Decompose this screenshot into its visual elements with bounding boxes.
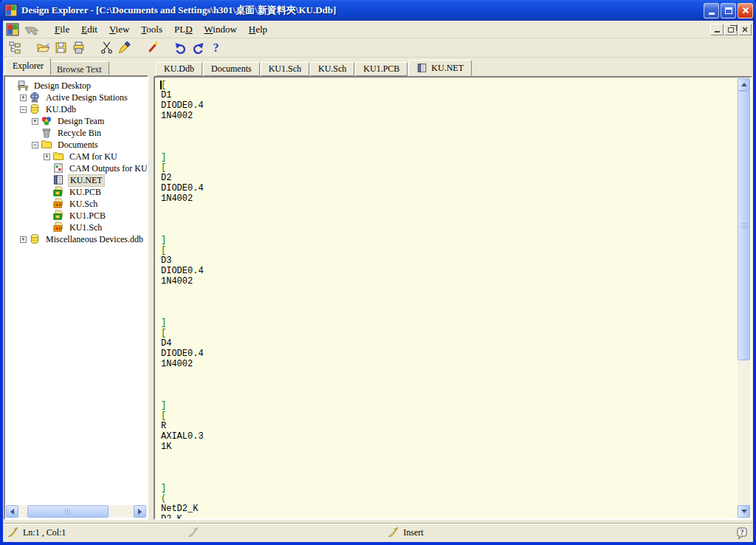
doc-tab-documents[interactable]: Documents (203, 62, 260, 76)
minimize-button[interactable] (704, 3, 719, 18)
editor-line: D1 (161, 90, 738, 100)
scroll-down-button[interactable] (738, 505, 750, 518)
editor-line (161, 307, 738, 318)
wand-icon[interactable] (143, 40, 161, 56)
modified-flag (188, 526, 199, 541)
editor-line: ] (161, 152, 738, 162)
tree-item-design-team[interactable]: +Design Team (7, 115, 147, 127)
tree-item-label: Design Desktop (32, 80, 92, 92)
doc-tab-ku1-sch[interactable]: KU1.Sch (261, 62, 309, 76)
scroll-up-button[interactable] (738, 78, 750, 91)
redo-icon[interactable] (189, 40, 207, 56)
tree-item-ku1-sch[interactable]: KU1.Sch (7, 222, 147, 233)
menu-pld[interactable]: PLD (168, 22, 199, 37)
doc-tab-ku-net[interactable]: KU.NET (408, 60, 472, 76)
text-caret (160, 80, 162, 89)
tree-item-ku1-pcb[interactable]: KU1.PCB (7, 210, 147, 222)
menu-help[interactable]: Help (243, 22, 273, 37)
tree-item-ku-sch[interactable]: KU.Sch (7, 198, 147, 210)
status-bar: Ln:1 , Col:1 Insert ? (3, 523, 753, 542)
tab-browse-text[interactable]: Browse Text (49, 61, 109, 75)
print-icon[interactable] (69, 40, 87, 56)
help-button[interactable]: ? (735, 526, 749, 540)
tree-item-cam-for-ku[interactable]: +CAM for KU (7, 151, 147, 162)
editor-line: 1N4002 (161, 111, 738, 121)
scroll-right-button[interactable] (134, 505, 146, 518)
app-logo-icon (4, 4, 18, 17)
editor-line (161, 473, 738, 483)
help-icon[interactable]: ? (207, 40, 224, 56)
editor-line: D4 (161, 338, 738, 349)
tree-item-documents[interactable]: −Documents (7, 139, 147, 151)
tree-horizontal-scrollbar[interactable] (6, 505, 146, 518)
cut-icon[interactable] (97, 40, 115, 56)
menu-edit[interactable]: Edit (75, 22, 103, 37)
tree-item-ku-ddb[interactable]: −KU.Ddb (7, 103, 147, 115)
document-app-icon[interactable] (6, 23, 19, 36)
pcb-icon (52, 210, 65, 222)
undo-icon[interactable] (171, 40, 189, 56)
workspace: ExplorerBrowse Text Design Desktop+Activ… (3, 58, 753, 523)
tree-item-label: Miscellaneous Devices.ddb (44, 234, 145, 245)
editor-line: NetD2_K (161, 504, 738, 514)
sch-icon (52, 222, 65, 233)
tree-item-cam-outputs-for-ku[interactable]: CAM Outputs for KU (7, 162, 147, 174)
explorer-toggle-icon[interactable] (6, 40, 24, 56)
save-icon[interactable] (52, 40, 69, 56)
menu-tools[interactable]: Tools (135, 22, 168, 37)
tab-explorer[interactable]: Explorer (5, 58, 51, 75)
tree-item-recycle-bin[interactable]: Recycle Bin (7, 127, 147, 139)
scroll-thumb[interactable] (738, 91, 750, 360)
tree-item-label: Recycle Bin (56, 128, 103, 139)
open-folder-icon[interactable] (34, 40, 52, 56)
menu-window[interactable]: Window (199, 22, 243, 37)
tree-item-label: CAM for KU (68, 151, 119, 162)
editor-vertical-scrollbar[interactable] (738, 78, 750, 518)
design-tree[interactable]: Design Desktop+Active Design Stations−KU… (4, 75, 148, 520)
text-editor[interactable]: [D1DIODE0.41N4002 ][D2DIODE0.41N4002 ][D… (154, 76, 752, 520)
maximize-button[interactable] (721, 3, 736, 18)
tree-item-label: KU.Ddb (44, 104, 78, 115)
mdi-minimize-button[interactable] (710, 24, 724, 35)
editor-line: 1N4002 (161, 193, 738, 204)
expand-icon[interactable]: + (32, 118, 38, 125)
editor-line: D2-K (161, 514, 738, 520)
editor-line (161, 390, 738, 400)
doc-tab-ku1-pcb[interactable]: KU1.PCB (355, 62, 408, 76)
brush-icon[interactable] (115, 40, 133, 56)
doc-tab-ku-sch[interactable]: KU.Sch (310, 62, 354, 76)
editor-line (161, 369, 738, 380)
tree-item-design-desktop[interactable]: Design Desktop (7, 80, 147, 92)
mdi-close-button[interactable] (738, 24, 752, 35)
tree-item-ku-pcb[interactable]: KU.PCB (7, 186, 147, 198)
editor-line (161, 214, 738, 224)
menu-drop-arrow-icon[interactable] (24, 24, 43, 35)
menu-view[interactable]: View (103, 22, 135, 37)
status-arrow-icon (7, 526, 19, 541)
tree-item-label: KU.PCB (68, 187, 103, 198)
expand-icon[interactable]: + (20, 95, 27, 101)
title-bar[interactable]: Design Explorer - [C:\Documents and Sett… (0, 0, 756, 21)
expand-icon[interactable]: + (44, 154, 50, 160)
tree-item-active-design-stations[interactable]: +Active Design Stations (7, 92, 147, 103)
tree-item-miscellaneous-devices-ddb[interactable]: +Miscellaneous Devices.ddb (7, 233, 147, 245)
doc-tab-ku-ddb[interactable]: KU.Ddb (156, 62, 202, 76)
close-button[interactable] (738, 3, 753, 18)
tree-item-label: Design Team (56, 116, 106, 127)
tree-item-ku-net[interactable]: KU.NET (7, 174, 147, 186)
editor-line: R (161, 421, 738, 431)
menu-file[interactable]: File (49, 22, 75, 37)
doc-tab-label: KU.NET (431, 63, 464, 74)
mdi-restore-button[interactable] (724, 24, 738, 35)
cam-icon (52, 162, 65, 174)
expand-icon[interactable]: + (20, 236, 27, 243)
editor-line (161, 204, 738, 214)
panel-splitter[interactable] (148, 59, 154, 520)
editor-line: ] (161, 400, 738, 411)
tree-item-label: KU1.PCB (68, 210, 107, 222)
team-icon (41, 115, 53, 127)
scroll-left-button[interactable] (6, 505, 18, 518)
scroll-thumb[interactable] (27, 505, 109, 518)
collapse-icon[interactable]: − (32, 142, 38, 148)
collapse-icon[interactable]: − (20, 106, 27, 113)
